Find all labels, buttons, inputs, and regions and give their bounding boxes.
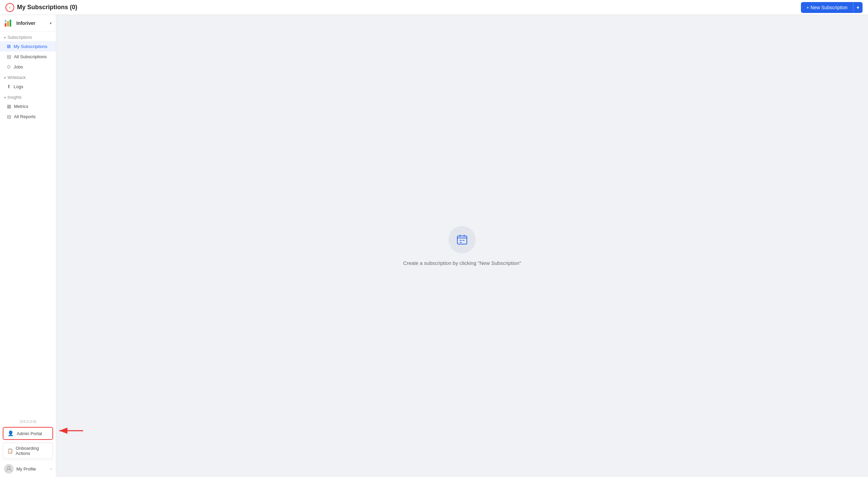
empty-icon-circle: [448, 226, 476, 253]
brand-logo-icon: [4, 18, 14, 28]
section-subscriptions[interactable]: ▾ Subscriptions: [0, 32, 56, 41]
topbar: ‹ My Subscriptions (0) + New Subscriptio…: [0, 0, 868, 15]
admin-portal-label: Admin Portal: [17, 431, 42, 436]
svg-rect-6: [460, 235, 460, 237]
sidebar-item-label: Metrics: [14, 104, 28, 109]
back-icon: ‹: [9, 5, 11, 10]
svg-point-4: [7, 466, 10, 469]
profile-left: My Profile: [4, 464, 36, 474]
section-label: Subscriptions: [7, 35, 32, 40]
sidebar-item-all-reports[interactable]: ▤ All Reports: [0, 111, 56, 122]
page-title: My Subscriptions (0): [17, 4, 77, 11]
topbar-left: ‹ My Subscriptions (0): [5, 3, 77, 12]
section-chevron-icon: ▾: [4, 96, 6, 99]
sidebar-item-jobs[interactable]: ⊙ Jobs: [0, 62, 56, 72]
svg-rect-1: [7, 21, 9, 27]
onboarding-actions-button[interactable]: 📋 Onboarding Actions: [3, 443, 53, 459]
section-writeback[interactable]: ▾ Writeback: [0, 72, 56, 81]
layout: Inforiver ▾ ▾ Subscriptions ⊠ My Subscri…: [0, 15, 868, 477]
sidebar-item-my-subscriptions[interactable]: ⊠ My Subscriptions: [0, 41, 56, 51]
svg-rect-2: [10, 20, 11, 27]
empty-state-text: Create a subscription by clicking "New S…: [403, 260, 521, 266]
svg-rect-7: [464, 235, 464, 237]
sidebar-spacer: [0, 122, 56, 417]
sidebar-item-label: All Reports: [14, 114, 36, 119]
sidebar-item-metrics[interactable]: ▦ Metrics: [0, 101, 56, 111]
section-label: Writeback: [7, 75, 26, 80]
sidebar-item-label: My Subscriptions: [14, 44, 47, 49]
metrics-icon: ▦: [7, 104, 11, 109]
svg-rect-5: [457, 236, 467, 244]
new-subscription-button[interactable]: + New Subscription ▾: [801, 2, 863, 13]
sidebar-item-label: Logs: [14, 84, 23, 89]
sidebar: Inforiver ▾ ▾ Subscriptions ⊠ My Subscri…: [0, 15, 56, 477]
sidebar-brand[interactable]: Inforiver ▾: [0, 15, 56, 32]
logs-icon: ⬆: [7, 84, 11, 89]
sidebar-item-label: All Subscriptions: [14, 54, 47, 59]
section-chevron-icon: ▾: [4, 36, 6, 39]
sidebar-profile[interactable]: My Profile ›: [0, 460, 56, 477]
section-insights[interactable]: ▾ Insights: [0, 92, 56, 101]
svg-rect-3: [5, 20, 6, 22]
brand-chevron-icon: ▾: [50, 21, 52, 26]
section-label: Insights: [7, 95, 21, 100]
jobs-icon: ⊙: [7, 64, 11, 69]
my-subscriptions-icon: ⊠: [7, 44, 11, 49]
all-subscriptions-icon: ▤: [7, 54, 11, 59]
sidebar-item-logs[interactable]: ⬆ Logs: [0, 81, 56, 92]
profile-label: My Profile: [16, 466, 36, 472]
svg-rect-0: [5, 23, 6, 27]
all-reports-icon: ▤: [7, 114, 11, 119]
admin-portal-button[interactable]: 👤 Admin Portal: [3, 427, 53, 440]
sidebar-item-label: Jobs: [14, 64, 23, 69]
new-subscription-dropdown-icon[interactable]: ▾: [853, 2, 863, 13]
avatar: [4, 464, 14, 474]
admin-portal-icon: 👤: [7, 430, 14, 436]
sidebar-item-all-subscriptions[interactable]: ▤ All Subscriptions: [0, 51, 56, 62]
main-content: Create a subscription by clicking "New S…: [56, 15, 868, 477]
back-button[interactable]: ‹: [5, 3, 14, 12]
onboarding-icon: 📋: [7, 448, 13, 454]
section-chevron-icon: ▾: [4, 76, 6, 80]
brand-name: Inforiver: [16, 20, 35, 26]
brand-left: Inforiver: [4, 18, 35, 28]
onboarding-label: Onboarding Actions: [16, 446, 49, 456]
sidebar-version: (V3.2.0.0): [0, 417, 56, 426]
profile-chevron-icon: ›: [50, 466, 52, 471]
new-subscription-main[interactable]: + New Subscription: [801, 2, 853, 13]
empty-state: Create a subscription by clicking "New S…: [403, 226, 521, 266]
calendar-icon: [456, 234, 468, 246]
